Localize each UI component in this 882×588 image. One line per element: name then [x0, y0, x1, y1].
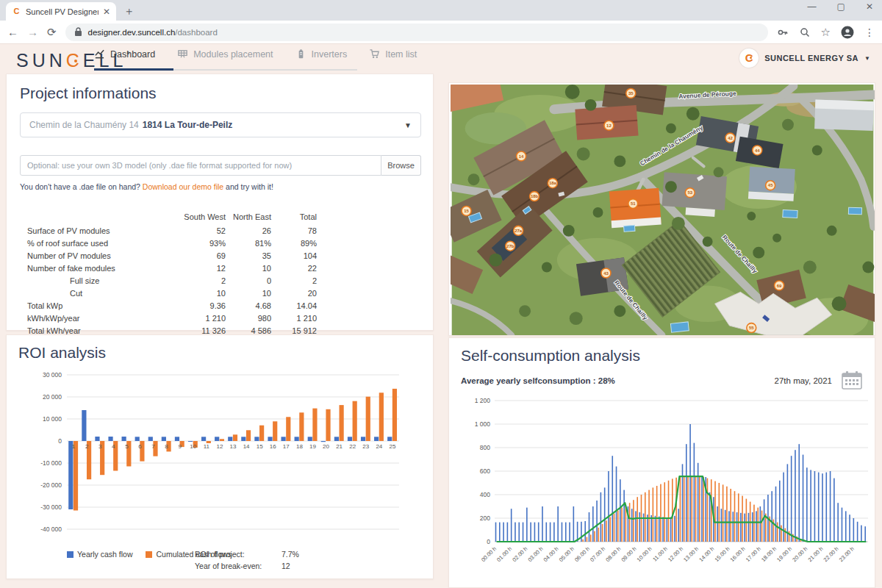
svg-text:-30 000: -30 000	[40, 503, 62, 511]
account-menu[interactable]: C SUNCELL ENERGY SA ▼	[739, 49, 870, 68]
map-marker[interactable]: 15	[462, 207, 471, 216]
map-marker[interactable]: 55	[747, 323, 756, 333]
svg-text:06.00 h: 06.00 h	[573, 545, 591, 563]
forward-button[interactable]: →	[27, 26, 38, 38]
svg-text:05.00 h: 05.00 h	[558, 545, 576, 563]
map-marker[interactable]: 14	[517, 151, 526, 161]
map-marker[interactable]: 12	[604, 121, 614, 130]
svg-text:15: 15	[464, 209, 469, 213]
map-marker[interactable]: 51	[628, 199, 638, 209]
map-marker[interactable]: 27a	[514, 226, 523, 235]
map-marker[interactable]: 42	[725, 133, 735, 143]
aerial-map[interactable]: Avenue de Pérouge Chemin de la Chaumény …	[451, 85, 875, 335]
svg-text:42: 42	[728, 136, 733, 140]
svg-text:18b: 18b	[531, 194, 539, 198]
maximize-button[interactable]: ▢	[837, 1, 845, 12]
self-consumption-chart: 1 2001 000800600400200000.00 h01.00 h02.…	[462, 395, 874, 584]
self-consumption-panel: Self-consumption analysis Average yearly…	[448, 337, 875, 588]
zoom-icon[interactable]	[799, 26, 811, 38]
svg-text:400: 400	[480, 491, 490, 498]
svg-text:24: 24	[376, 443, 382, 450]
new-tab-button[interactable]: ＋	[123, 4, 135, 18]
browser-menu-icon[interactable]: ⋮	[864, 26, 875, 38]
map-marker[interactable]: 18b	[530, 192, 539, 201]
chevron-down-icon: ▼	[864, 55, 870, 62]
back-button[interactable]: ←	[7, 26, 18, 38]
svg-text:69: 69	[777, 284, 782, 288]
column-header: Total	[271, 210, 317, 224]
svg-text:53: 53	[687, 190, 692, 195]
svg-text:18a: 18a	[549, 181, 557, 185]
close-button[interactable]: ✕	[866, 1, 873, 12]
minimize-button[interactable]: —	[808, 1, 817, 12]
browse-button[interactable]: Browse	[381, 155, 421, 176]
map-marker[interactable]: 18a	[548, 179, 557, 188]
svg-text:14: 14	[519, 154, 524, 159]
address-select[interactable]: Chemin de la Chaumény 14 1814 La Tour-de…	[20, 112, 421, 137]
svg-text:11: 11	[204, 443, 210, 450]
map-marker[interactable]: 35	[626, 88, 636, 98]
demo-file-hint: You don't have a .dae file on hand? Down…	[20, 182, 420, 191]
profile-avatar-icon[interactable]	[841, 26, 854, 39]
url-bar[interactable]: designer.dev.suncell.ch/dashboard	[65, 24, 768, 41]
svg-text:20: 20	[323, 443, 329, 450]
tab-dashboard[interactable]: Dashboard	[94, 49, 155, 68]
project-informations-panel: Project informations Chemin de la Chaumé…	[6, 74, 434, 331]
tab-item-list[interactable]: Item list	[369, 49, 417, 68]
main-nav: Dashboard Modules placement Inverters	[94, 49, 417, 68]
map-marker[interactable]: 53	[685, 188, 695, 198]
map-panel[interactable]: Avenue de Pérouge Chemin de la Chaumény …	[448, 82, 875, 336]
svg-text:2: 2	[85, 443, 89, 450]
svg-text:09.00 h: 09.00 h	[620, 545, 637, 563]
svg-text:16.00 h: 16.00 h	[729, 545, 747, 563]
svg-text:17: 17	[283, 443, 290, 450]
column-header: North East	[226, 210, 271, 224]
map-marker[interactable]: 69	[775, 281, 784, 290]
map-marker[interactable]: 43	[601, 268, 611, 278]
demo-file-link[interactable]: Download our demo file	[143, 182, 223, 191]
svg-text:10.00 h: 10.00 h	[636, 545, 653, 563]
svg-text:0: 0	[487, 538, 490, 545]
svg-text:27a: 27a	[514, 229, 523, 233]
browser-tab[interactable]: C Suncell PV Designer ✕	[6, 2, 116, 21]
tab-modules-placement[interactable]: Modules placement	[177, 49, 273, 68]
model-file-input[interactable]	[20, 155, 381, 176]
svg-text:01.00 h: 01.00 h	[495, 545, 513, 563]
svg-text:35: 35	[628, 91, 634, 96]
reload-button[interactable]: ⟳	[47, 26, 57, 39]
password-key-icon[interactable]	[777, 26, 789, 38]
svg-text:11.00 h: 11.00 h	[651, 545, 669, 563]
tab-close-icon[interactable]: ✕	[103, 7, 110, 17]
svg-text:13: 13	[230, 443, 237, 450]
svg-text:08.00 h: 08.00 h	[604, 545, 622, 563]
svg-text:23: 23	[362, 443, 369, 450]
svg-text:3: 3	[98, 443, 102, 450]
svg-text:13.00 h: 13.00 h	[682, 545, 700, 563]
svg-text:7: 7	[151, 443, 155, 450]
svg-text:45: 45	[768, 183, 773, 187]
bookmark-star-icon[interactable]: ☆	[821, 26, 831, 39]
table-row: kWh/kWp/year1 2109801 210	[27, 312, 317, 324]
svg-text:-10 000: -10 000	[40, 459, 62, 467]
svg-text:-40 000: -40 000	[40, 526, 62, 533]
svg-text:18.00 h: 18.00 h	[760, 545, 778, 563]
map-marker[interactable]: 27b	[506, 241, 515, 251]
svg-text:0: 0	[58, 437, 62, 445]
svg-text:44: 44	[755, 148, 760, 153]
tab-inverters[interactable]: Inverters	[295, 49, 348, 68]
map-marker[interactable]: 45	[766, 181, 775, 190]
svg-text:12: 12	[606, 123, 612, 128]
svg-text:22: 22	[349, 443, 356, 450]
calendar-icon[interactable]	[841, 370, 863, 390]
cart-icon	[369, 49, 380, 60]
svg-text:17.00 h: 17.00 h	[745, 545, 762, 563]
svg-text:21: 21	[336, 443, 343, 450]
roi-chart: 30 00020 00010 0000-10 000-20 000-30 000…	[29, 369, 408, 544]
legend-swatch	[146, 551, 152, 558]
map-marker[interactable]: 44	[753, 146, 762, 155]
svg-text:14: 14	[243, 443, 250, 450]
svg-text:-20 000: -20 000	[40, 481, 62, 489]
roi-stats: ROI of project:7.7% Year of break-even:1…	[195, 550, 342, 573]
svg-text:4: 4	[112, 443, 115, 450]
column-header: South West	[180, 210, 226, 224]
